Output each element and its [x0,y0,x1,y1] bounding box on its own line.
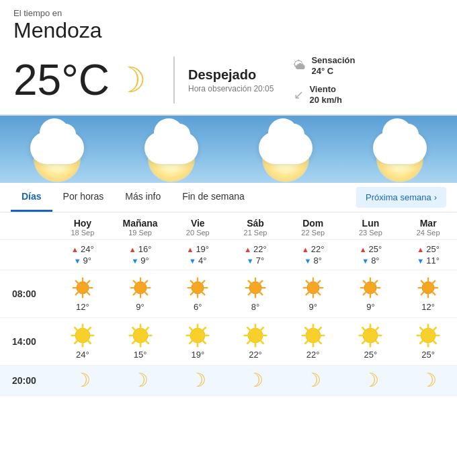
sun-icon-14-0 [71,323,95,348]
tab-fin-semana[interactable]: Fin de semana [171,183,255,212]
svg-line-5 [75,281,77,283]
weather-cell-14-2: 19° [169,323,226,360]
weather-cell-20-4: ☽ [284,371,342,390]
moon-icon-20-5: ☽ [362,371,379,390]
divider [173,56,175,104]
weather-cell-14-4: 22° [284,323,342,360]
day-header-4: Dom 22 Sep [284,218,342,237]
viento-label: Viento 20 km/h [309,84,341,105]
svg-line-68 [75,328,77,331]
weather-cell-20-5: ☽ [342,371,400,390]
svg-line-89 [190,341,193,344]
day-header-0: Hoy 18 Sep [54,218,112,237]
banner-cloud-3 [259,132,313,167]
svg-line-6 [87,292,89,294]
weather-cell-08-4: 9° [284,276,342,312]
header-section: El tiempo en Mendoza [0,0,457,48]
svg-line-35 [249,292,251,294]
svg-point-9 [134,282,147,294]
wind-icon: ↙ [294,87,304,102]
svg-point-27 [249,282,261,294]
svg-line-116 [363,341,366,344]
range-0: ▲24° ▼9° [54,244,112,266]
svg-line-95 [247,328,250,331]
svg-line-123 [433,341,436,344]
current-weather: 25°C ☽ Despejado Hora observación 20:05 … [0,48,457,116]
current-temp: 25°C [13,58,110,102]
sun-icon-14-1 [128,323,153,348]
moon-icon: ☽ [115,60,147,100]
subtitle: El tiempo en [13,8,444,18]
svg-line-23 [191,281,193,283]
tab-dias[interactable]: Días [11,183,52,212]
svg-line-50 [364,281,366,283]
svg-point-0 [77,282,89,294]
proxima-semana-button[interactable]: Próxima semana › [356,187,446,208]
tab-por-horas[interactable]: Por horas [52,183,115,212]
svg-line-61 [433,281,435,283]
forecast-table: Hoy 18 Sep Mañana 19 Sep Vie 20 Sep Sáb … [0,212,457,396]
weather-cell-08-6: 12° [399,276,457,312]
moon-icon-20-2: ☽ [190,371,206,390]
sun-icon-14-6 [416,323,440,348]
range-5: ▲25° ▼8° [342,244,400,266]
sensacion-label: Sensación 24° C [311,55,355,76]
svg-point-36 [307,282,319,294]
sensacion-block: 🌥 Sensación 24° C ↙ Viento 20 km/h [294,55,355,105]
tabs-bar: Días Por horas Más info Fin de semana Pr… [0,183,457,212]
header-empty [0,218,54,237]
proxima-semana-label: Próxima semana [366,192,431,202]
svg-line-17 [133,292,135,294]
svg-line-78 [145,341,148,344]
svg-line-124 [433,328,436,331]
sun-icon-14-2 [185,323,210,348]
weather-cell-14-3: 22° [226,323,284,360]
range-3: ▲22° ▼7° [226,244,284,266]
temp-range-row: ▲24° ▼9° ▲16° ▼9° ▲19° ▼4° ▲22° ▼7° ▲22°… [0,240,457,270]
day-header-3: Sáb 21 Sep [226,218,284,237]
svg-line-122 [420,328,423,331]
svg-point-54 [422,282,434,294]
svg-line-113 [363,328,366,331]
city-name: Mendoza [13,18,444,43]
svg-line-33 [260,292,262,294]
cloud-icon: 🌥 [294,58,306,73]
weather-banner [0,116,457,183]
sun-icon-14-3 [243,323,267,348]
observation-time: Hora observación 20:05 [188,84,274,93]
svg-line-79 [145,328,148,331]
svg-line-97 [261,328,263,331]
sun-icon-14-4 [301,323,325,348]
range-4: ▲22° ▼8° [284,244,342,266]
moon-icon-20-4: ☽ [304,371,321,390]
svg-line-105 [319,341,321,344]
svg-line-59 [421,281,423,283]
temp-block: 25°C ☽ [13,58,147,102]
svg-line-80 [132,341,135,344]
svg-line-114 [376,341,378,344]
weather-cell-08-0: 12° [54,276,112,312]
svg-line-26 [191,292,193,294]
weather-cell-14-5: 25° [342,323,400,360]
svg-line-14 [133,281,135,283]
svg-line-24 [202,292,204,294]
chevron-right-icon: › [434,192,437,202]
svg-line-51 [376,292,378,294]
weather-cell-08-3: 8° [226,276,284,312]
svg-line-86 [190,328,193,331]
day-header-5: Lun 23 Sep [342,218,400,237]
weather-cell-14-0: 24° [54,323,112,360]
svg-line-43 [318,281,320,283]
day-header-2: Vie 20 Sep [169,218,226,237]
moon-icon-20-0: ☽ [74,371,91,390]
svg-line-71 [75,341,77,344]
sun-icon-08-4 [301,276,325,300]
svg-line-8 [75,292,77,294]
sun-icon-08-0 [71,276,95,300]
tab-mas-info[interactable]: Más info [114,183,171,212]
moon-icon-20-1: ☽ [132,371,149,390]
weather-cell-20-0: ☽ [54,371,112,390]
svg-line-16 [145,281,147,283]
moon-icon-20-6: ☽ [420,371,437,390]
weather-cell-14-6: 25° [399,323,457,360]
